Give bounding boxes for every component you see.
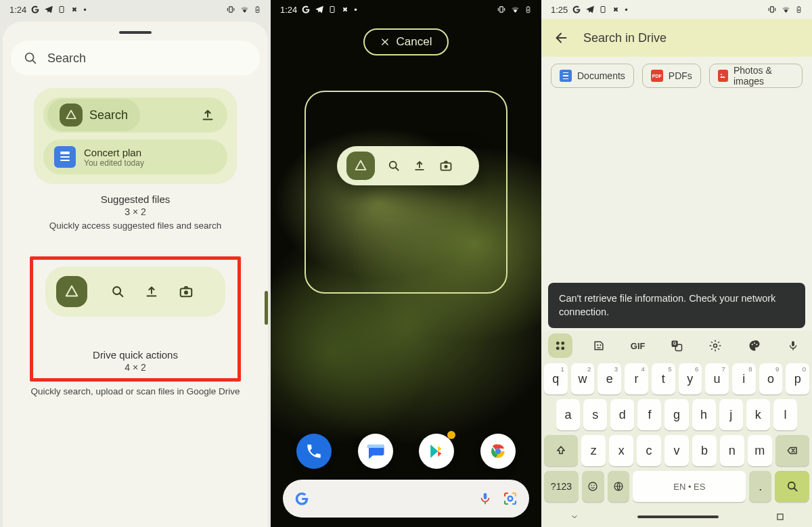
nav-square-icon[interactable] (775, 512, 785, 522)
settings-icon[interactable] (703, 334, 727, 358)
key-e[interactable]: e3 (597, 363, 621, 394)
doc-subtitle: You edited today (84, 158, 144, 168)
dot-icon: • (354, 5, 357, 15)
play-store-app-icon[interactable] (419, 434, 454, 469)
backspace-key[interactable] (775, 435, 809, 466)
svg-rect-30 (556, 342, 560, 345)
vibrate-icon (226, 5, 235, 14)
key-h[interactable]: h (692, 399, 716, 430)
key-m[interactable]: m (748, 435, 772, 466)
fan-icon (611, 5, 621, 14)
upload-icon (200, 108, 215, 122)
svg-rect-26 (771, 7, 774, 12)
cancel-button[interactable]: Cancel (363, 28, 449, 55)
period-key[interactable]: . (749, 471, 771, 502)
dot-icon: • (625, 5, 628, 15)
chrome-app-icon[interactable] (480, 434, 516, 469)
camera-icon[interactable] (438, 159, 453, 173)
sticker-icon[interactable] (587, 334, 611, 358)
google-icon (30, 5, 40, 14)
key-s[interactable]: s (583, 399, 607, 430)
palette-icon[interactable] (742, 334, 767, 358)
search-placeholder: Search (47, 51, 86, 66)
search-key[interactable] (775, 471, 809, 502)
filter-chip-row: Documents PDF PDFs Photos & images (541, 57, 812, 95)
status-time: 1:24 (9, 5, 26, 15)
svg-rect-3 (257, 6, 258, 7)
key-f[interactable]: f (637, 399, 661, 430)
key-b[interactable]: b (692, 435, 717, 466)
svg-line-49 (794, 488, 796, 491)
emoji-key[interactable] (582, 471, 604, 502)
upload-icon[interactable] (413, 159, 426, 173)
key-p[interactable]: p0 (786, 363, 809, 394)
screen-widget-picker: 1:24 • Search (0, 0, 271, 527)
search-chip-label: Search (89, 108, 128, 122)
key-r[interactable]: r4 (625, 363, 648, 394)
chip-pdfs[interactable]: PDF PDFs (642, 64, 701, 88)
key-g[interactable]: g (664, 399, 688, 430)
search-icon (110, 284, 125, 299)
google-search-bar[interactable] (283, 480, 529, 518)
spacebar-key[interactable]: EN • ES (633, 471, 746, 502)
key-a[interactable]: a (556, 399, 580, 430)
widget-drop-frame[interactable] (304, 91, 508, 294)
svg-line-5 (32, 60, 35, 63)
drive-quick-actions-widget[interactable] (337, 146, 479, 185)
language-key[interactable] (608, 471, 630, 502)
widget-search-bar[interactable]: Search (11, 41, 260, 76)
key-q[interactable]: q1 (544, 363, 568, 394)
key-l[interactable]: l (773, 399, 797, 430)
keyboard-collapse-icon[interactable] (568, 513, 581, 521)
svg-rect-25 (601, 7, 605, 13)
key-d[interactable]: d (610, 399, 634, 430)
mic-icon[interactable] (781, 334, 805, 358)
key-c[interactable]: c (637, 435, 661, 466)
svg-point-45 (591, 485, 593, 486)
back-icon[interactable] (554, 30, 568, 45)
key-v[interactable]: v (664, 435, 689, 466)
widget-picker-sheet: Search Search (3, 22, 268, 527)
key-n[interactable]: n (720, 435, 744, 466)
svg-point-41 (754, 342, 755, 344)
mic-icon[interactable] (478, 491, 493, 506)
gesture-handle[interactable] (637, 515, 719, 518)
device-icon (599, 5, 607, 14)
key-x[interactable]: x (609, 435, 633, 466)
messages-app-icon[interactable] (358, 434, 393, 469)
key-t[interactable]: t5 (652, 363, 675, 394)
search-title[interactable]: Search in Drive (583, 31, 667, 45)
quick-actions-card[interactable] (45, 267, 225, 317)
lens-icon[interactable] (502, 490, 518, 507)
search-icon[interactable] (387, 159, 401, 173)
drive-icon (60, 104, 83, 127)
svg-line-15 (396, 168, 399, 170)
sheet-handle[interactable] (119, 31, 152, 34)
widget-desc: Quickly access suggested files and searc… (34, 220, 237, 232)
keyboard-apps-icon[interactable] (548, 334, 572, 358)
gif-button[interactable]: GIF (626, 334, 650, 358)
widget-desc: Quickly search, upload or scan files in … (23, 386, 248, 398)
key-k[interactable]: k (746, 399, 770, 430)
translate-icon[interactable]: G (664, 334, 689, 358)
phone-app-icon[interactable] (296, 434, 332, 469)
wifi-icon (781, 5, 791, 14)
key-w[interactable]: w2 (571, 363, 595, 394)
numbers-key[interactable]: ?123 (544, 471, 579, 502)
device-icon (328, 5, 336, 14)
svg-point-29 (721, 74, 722, 75)
upload-icon (144, 284, 159, 299)
key-u[interactable]: u7 (705, 363, 729, 394)
key-o[interactable]: o9 (759, 363, 783, 394)
key-y[interactable]: y6 (679, 363, 702, 394)
key-j[interactable]: j (719, 399, 743, 430)
chip-photos[interactable]: Photos & images (709, 64, 803, 88)
shift-key[interactable] (544, 435, 578, 466)
widget-preview-suggested-files[interactable]: Search Concert plan You edited today Sug… (34, 88, 237, 232)
key-i[interactable]: i8 (732, 363, 756, 394)
key-z[interactable]: z (581, 435, 606, 466)
google-icon (294, 490, 310, 507)
doc-title: Concert plan (84, 147, 144, 158)
scroll-indicator[interactable] (265, 291, 268, 325)
chip-documents[interactable]: Documents (551, 64, 634, 88)
